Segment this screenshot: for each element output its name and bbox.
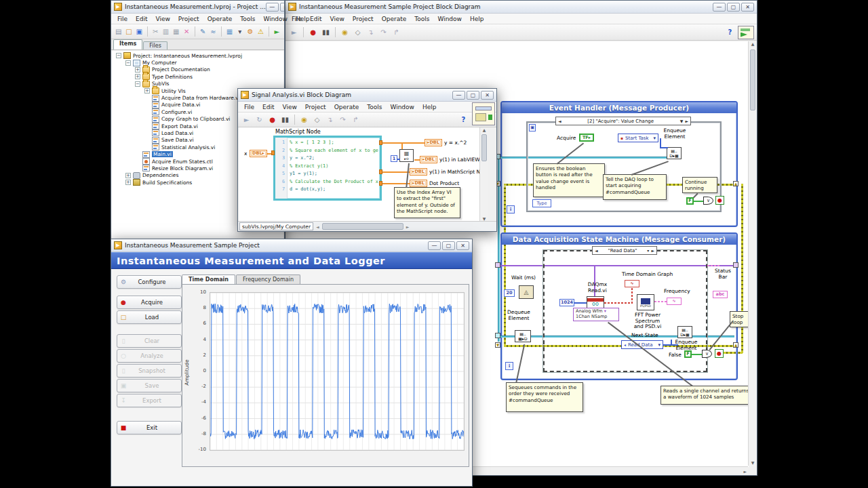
status-bar-terminal[interactable]: abc	[713, 291, 728, 298]
index-constant[interactable]: 1	[391, 155, 397, 162]
menu-tools[interactable]: Tools	[410, 15, 433, 23]
menu-help[interactable]: Help	[418, 103, 441, 111]
configure-button[interactable]: ⚙Configure	[117, 275, 182, 289]
maximize-button[interactable]: ▢	[280, 3, 284, 12]
acquire-button[interactable]: ●Acquire	[117, 296, 182, 309]
tree-item[interactable]: −SubVIs	[113, 81, 283, 87]
stepover-icon[interactable]: ↷	[378, 27, 389, 38]
expand-icon[interactable]: +	[125, 180, 131, 185]
menu-tools[interactable]: Tools	[236, 15, 259, 23]
wiring-tool-icon[interactable]: ≈	[209, 26, 218, 37]
menu-help[interactable]: Help	[466, 15, 488, 23]
run-icon[interactable]: ►	[288, 27, 300, 38]
new-file-icon[interactable]: ▤	[114, 26, 123, 37]
menu-file[interactable]: File	[113, 15, 132, 23]
case-dropdown-icon[interactable]: ▾	[647, 248, 649, 253]
help-icon[interactable]: ?	[458, 115, 469, 125]
menu-operate[interactable]: Operate	[330, 103, 363, 111]
edit-tool-icon[interactable]: ✎	[199, 26, 208, 37]
maximize-button[interactable]: ▢	[727, 3, 740, 12]
maximize-button[interactable]: ▢	[467, 91, 479, 100]
tree-item[interactable]: +Project Documentation	[113, 66, 283, 73]
acquire-boolean-terminal[interactable]: TF▸	[579, 134, 594, 142]
wait-constant[interactable]: 20	[504, 289, 515, 297]
analog-wfm-dropdown[interactable]: Analog Wfm ▾1Chan NSamp	[573, 308, 619, 321]
menu-window[interactable]: Window	[259, 15, 292, 23]
vertical-scrollbar[interactable]: ▲▼	[748, 41, 757, 466]
cut-icon[interactable]: ✂	[151, 26, 160, 37]
y-output-terminal[interactable]: ▸DBL	[425, 139, 442, 146]
export-button[interactable]: ↧Export	[117, 394, 182, 407]
false-constant[interactable]: F	[684, 350, 692, 358]
run-icon[interactable]: ►	[241, 115, 252, 125]
mathscript-node[interactable]: 1234567 % x = [ 1 2 3 ];% Square each el…	[273, 136, 382, 201]
menu-edit[interactable]: Edit	[132, 15, 151, 23]
stepin-icon[interactable]: ↴	[324, 115, 336, 125]
delete-icon[interactable]: ✕	[182, 26, 191, 37]
index-array-node[interactable]: ▦▸⊙	[399, 149, 414, 162]
open-folder-icon[interactable]: □	[124, 26, 133, 37]
prev-case-icon[interactable]: ◄	[595, 248, 598, 253]
dequeue-element-node[interactable]: ▤..▦▸D	[515, 330, 531, 342]
close-button[interactable]: ✕	[456, 241, 469, 250]
titlebar[interactable]: ▶ Instantaneous Measurement Sample Proje…	[285, 1, 757, 14]
start-task-enum[interactable]: ▪Start Task▾	[618, 134, 658, 142]
titlebar[interactable]: ▶ Instantaneous Measurement.lvproj - Pro…	[111, 1, 284, 14]
close-button[interactable]: ✕	[741, 3, 754, 12]
pause-icon[interactable]: ▮▮	[320, 27, 332, 38]
pause-icon[interactable]: ▮▮	[279, 115, 291, 125]
exit-button[interactable]: ■Exit	[117, 421, 182, 434]
paste-icon[interactable]: ▦	[172, 26, 180, 37]
vertical-scrollbar[interactable]: ▲▼	[479, 127, 488, 222]
tree-item[interactable]: +Type Definitions	[113, 73, 283, 80]
menu-help[interactable]: Help	[292, 15, 314, 23]
minimize-button[interactable]: —	[266, 3, 279, 12]
save-icon[interactable]: ▣	[135, 26, 144, 37]
samples-constant[interactable]: 1024	[559, 299, 574, 306]
stepout-icon[interactable]: ↱	[391, 27, 402, 38]
expand-icon[interactable]: +	[135, 74, 140, 79]
clear-button[interactable]: ▯Clear	[117, 334, 182, 348]
menu-file[interactable]: File	[240, 103, 258, 111]
menu-operate[interactable]: Operate	[378, 15, 411, 23]
help-icon[interactable]: ?	[724, 27, 736, 38]
resize-tool-icon[interactable]: ⚙	[245, 26, 254, 37]
retain-wire-values-icon[interactable]: ◇	[352, 27, 363, 38]
false-constant[interactable]: F	[686, 197, 694, 205]
menu-project[interactable]: Project	[174, 15, 203, 23]
stepin-icon[interactable]: ↴	[365, 27, 376, 38]
tab-items[interactable]: Items	[113, 39, 142, 49]
loop-condition-terminal[interactable]: ●	[715, 196, 724, 205]
collapse-icon[interactable]: −	[116, 53, 121, 58]
next-case-icon[interactable]: ►	[651, 248, 654, 253]
case-dropdown-icon[interactable]: ▼	[680, 119, 684, 123]
expand-icon[interactable]: +	[125, 173, 131, 178]
frequency-terminal[interactable]: ∿	[667, 298, 682, 305]
close-button[interactable]: ✕	[481, 91, 494, 100]
y1-mathscript-terminal[interactable]: ▸DBL	[410, 168, 427, 176]
tree-item[interactable]: −My Computer	[113, 59, 283, 66]
horizontal-scrollbar[interactable]	[322, 223, 403, 230]
collapse-icon[interactable]: −	[125, 60, 131, 66]
save-button[interactable]: ▣Save	[117, 379, 182, 392]
expand-icon[interactable]: +	[144, 88, 150, 94]
warning-icon[interactable]: ⚠	[256, 26, 265, 37]
analyze-button[interactable]: ○Analyze	[117, 349, 182, 363]
load-button[interactable]: □Load	[117, 310, 182, 324]
waveform-chart[interactable]	[210, 292, 465, 451]
dropdown-icon[interactable]: ▾	[235, 26, 244, 37]
minimize-button[interactable]: —	[713, 3, 726, 12]
run-arrow-icon[interactable]: ►	[273, 26, 281, 37]
menu-operate[interactable]: Operate	[203, 15, 237, 23]
case-selector[interactable]: ◄ "Read Data" ▾ ►	[592, 246, 657, 255]
stop-icon[interactable]: ●	[267, 115, 278, 125]
highlight-execution-icon[interactable]: ◉	[339, 27, 351, 38]
snapshot-button[interactable]: ▯Snapshot	[117, 364, 182, 378]
next-case-icon[interactable]: ►	[685, 119, 688, 123]
fft-power-spectrum-node[interactable]: PS/PSD	[637, 294, 654, 310]
minimize-button[interactable]: —	[428, 241, 441, 250]
dot-product-terminal[interactable]: ▸DBL	[410, 180, 427, 187]
y1-labview-terminal[interactable]: ▸DBL	[420, 156, 437, 163]
enqueue-element-node[interactable]: ▤..D▸▦	[677, 326, 692, 338]
context-path[interactable]: subVIs.lvproj/My Computer	[239, 222, 313, 230]
